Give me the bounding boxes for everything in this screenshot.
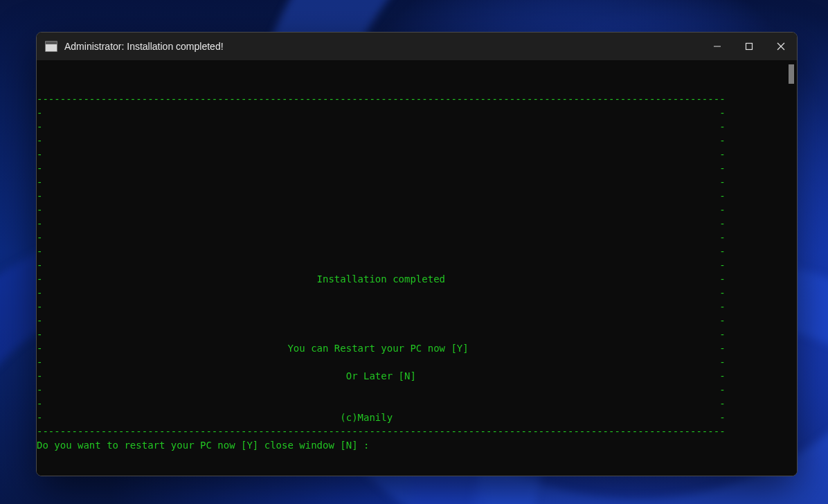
maximize-button[interactable]: [733, 33, 765, 60]
scrollbar-thumb[interactable]: [789, 64, 794, 84]
minimize-button[interactable]: [701, 33, 733, 60]
cmd-icon: [45, 41, 57, 52]
terminal-text: ----------------------------------------…: [37, 88, 797, 452]
maximize-icon: [745, 42, 753, 51]
terminal-window: Administrator: Installation completed! -…: [36, 32, 798, 476]
titlebar[interactable]: Administrator: Installation completed!: [37, 33, 797, 60]
terminal-output[interactable]: ----------------------------------------…: [37, 60, 797, 476]
svg-rect-1: [746, 44, 753, 50]
desktop-background: Administrator: Installation completed! -…: [0, 0, 828, 504]
window-title: Administrator: Installation completed!: [64, 41, 224, 52]
close-button[interactable]: [765, 33, 797, 60]
minimize-icon: [713, 42, 721, 51]
close-icon: [777, 42, 785, 51]
